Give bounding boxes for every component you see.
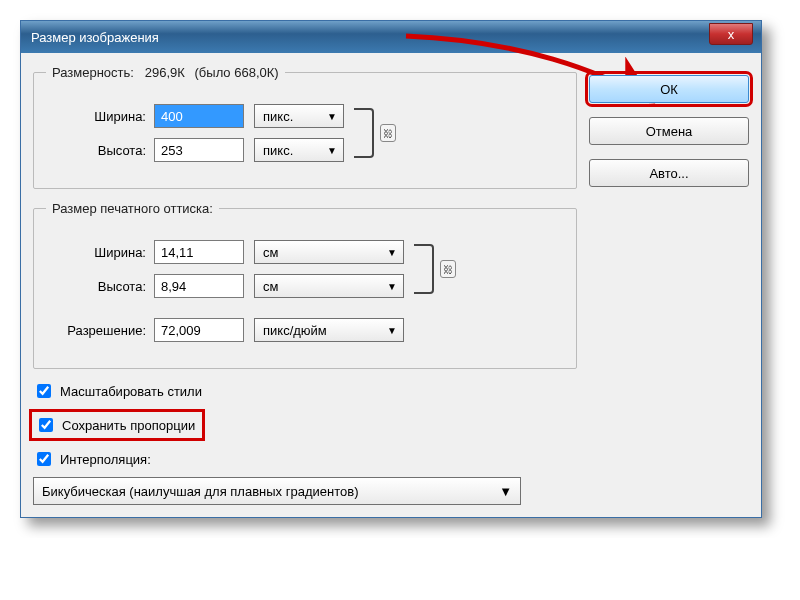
pixel-width-unit-text: пикс.: [263, 109, 293, 124]
dimensions-was: (было 668,0К): [189, 65, 279, 80]
chevron-down-icon: ▼: [327, 145, 337, 156]
interpolation-checkbox[interactable]: [37, 452, 51, 466]
print-size-legend: Размер печатного оттиска:: [46, 201, 219, 216]
window-title: Размер изображения: [31, 30, 159, 45]
chevron-down-icon: ▼: [327, 111, 337, 122]
print-height-input[interactable]: [154, 274, 244, 298]
close-icon: x: [728, 27, 735, 42]
interpolation-row: Интерполяция:: [33, 449, 577, 469]
link-icon: ⛓: [380, 124, 396, 142]
close-button[interactable]: x: [709, 23, 753, 45]
print-height-label: Высота:: [46, 279, 154, 294]
interpolation-method-text: Бикубическая (наилучшая для плавных град…: [42, 484, 358, 499]
resolution-unit[interactable]: пикс/дюйм ▼: [254, 318, 404, 342]
left-panel: Размерность: 296,9К (было 668,0К) Ширина…: [33, 65, 577, 505]
pixel-height-label: Высота:: [46, 143, 154, 158]
scale-styles-checkbox[interactable]: [37, 384, 51, 398]
chevron-down-icon: ▼: [387, 247, 397, 258]
pixel-height-unit[interactable]: пикс. ▼: [254, 138, 344, 162]
dimensions-current: 296,9К: [145, 65, 185, 80]
print-size-group: Размер печатного оттиска: Ширина: см ▼: [33, 201, 577, 369]
pixel-width-unit[interactable]: пикс. ▼: [254, 104, 344, 128]
ok-button-label: ОК: [660, 82, 678, 97]
interpolation-method-select[interactable]: Бикубическая (наилучшая для плавных град…: [33, 477, 521, 505]
scale-styles-row: Масштабировать стили: [33, 381, 577, 401]
link-icon: ⛓: [440, 260, 456, 278]
resolution-label: Разрешение:: [46, 323, 154, 338]
keep-proportions-row: Сохранить пропорции: [33, 413, 201, 437]
pixel-height-input[interactable]: [154, 138, 244, 162]
chevron-down-icon: ▼: [499, 484, 512, 499]
dialog-body: Размерность: 296,9К (было 668,0К) Ширина…: [21, 53, 761, 517]
print-width-row: Ширина: см ▼: [46, 240, 404, 264]
ok-button[interactable]: ОК: [589, 75, 749, 103]
resolution-input[interactable]: [154, 318, 244, 342]
link-bracket-icon: [354, 108, 374, 158]
interpolation-label: Интерполяция:: [60, 452, 151, 467]
print-width-unit[interactable]: см ▼: [254, 240, 404, 264]
pixel-height-unit-text: пикс.: [263, 143, 293, 158]
print-height-unit-text: см: [263, 279, 278, 294]
link-bracket-icon: [414, 244, 434, 294]
image-size-dialog: Размер изображения x Размерность: 296,9К…: [20, 20, 762, 518]
pixel-dimensions-legend: Размерность: 296,9К (было 668,0К): [46, 65, 285, 80]
chevron-down-icon: ▼: [387, 325, 397, 336]
pixel-height-row: Высота: пикс. ▼: [46, 138, 344, 162]
print-height-unit[interactable]: см ▼: [254, 274, 404, 298]
button-panel: ОК Отмена Авто...: [589, 65, 749, 505]
print-width-input[interactable]: [154, 240, 244, 264]
keep-proportions-checkbox[interactable]: [39, 418, 53, 432]
pixel-dimensions-group: Размерность: 296,9К (было 668,0К) Ширина…: [33, 65, 577, 189]
cancel-button-label: Отмена: [646, 124, 693, 139]
cancel-button[interactable]: Отмена: [589, 117, 749, 145]
scale-styles-label: Масштабировать стили: [60, 384, 202, 399]
chevron-down-icon: ▼: [387, 281, 397, 292]
print-width-unit-text: см: [263, 245, 278, 260]
print-height-row: Высота: см ▼: [46, 274, 404, 298]
auto-button[interactable]: Авто...: [589, 159, 749, 187]
keep-proportions-label: Сохранить пропорции: [62, 418, 195, 433]
print-width-label: Ширина:: [46, 245, 154, 260]
pixel-width-label: Ширина:: [46, 109, 154, 124]
constrain-link-print[interactable]: ⛓: [440, 230, 456, 308]
pixel-width-row: Ширина: пикс. ▼: [46, 104, 344, 128]
auto-button-label: Авто...: [649, 166, 688, 181]
resolution-unit-text: пикс/дюйм: [263, 323, 327, 338]
titlebar: Размер изображения x: [21, 21, 761, 53]
constrain-link[interactable]: ⛓: [380, 94, 396, 172]
resolution-row: Разрешение: пикс/дюйм ▼: [46, 318, 564, 342]
dimensions-legend-text: Размерность:: [52, 65, 134, 80]
pixel-width-input[interactable]: [154, 104, 244, 128]
